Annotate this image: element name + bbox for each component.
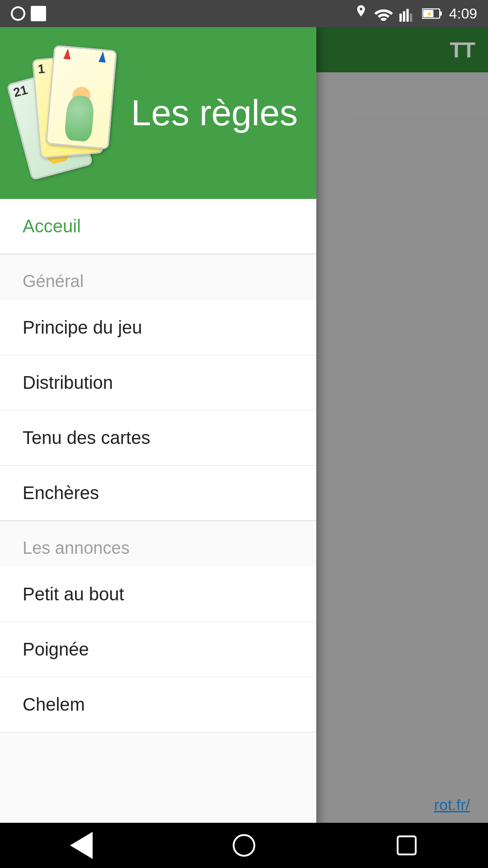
card-number-1: 1 — [37, 62, 45, 75]
svg-rect-3 — [410, 14, 412, 22]
svg-rect-5 — [440, 11, 442, 15]
battery-icon: ⚡ — [422, 7, 443, 20]
section-header-annonces: Les annonces — [0, 521, 316, 567]
home-button[interactable] — [226, 832, 262, 859]
general-label: Général — [23, 272, 84, 291]
card-number-21: 21 — [12, 84, 29, 99]
navigation-bar — [0, 823, 488, 868]
circle-icon — [11, 6, 25, 21]
svg-rect-1 — [403, 11, 405, 22]
sd-card-icon — [31, 6, 46, 21]
svg-text:⚡: ⚡ — [426, 11, 433, 17]
section-header-general: Général — [0, 255, 316, 300]
svg-rect-2 — [406, 9, 408, 22]
sidebar-item-chelem[interactable]: Chelem — [0, 677, 316, 732]
sidebar-item-distribution[interactable]: Distribution — [0, 355, 316, 410]
recents-icon — [397, 835, 417, 855]
status-icons-left — [11, 6, 46, 21]
time-display: 4:09 — [449, 5, 477, 22]
status-bar: ⚡ 4:09 — [0, 0, 488, 27]
signal-icon — [399, 5, 416, 22]
location-icon — [354, 4, 368, 23]
sidebar-item-petit[interactable]: Petit au bout — [0, 567, 316, 622]
tenu-label: Tenu des cartes — [23, 428, 150, 448]
svg-rect-0 — [399, 14, 402, 22]
navigation-drawer: 21 1 Les règles Acceuil — [0, 27, 316, 868]
sidebar-item-acceuil[interactable]: Acceuil — [0, 199, 316, 254]
sidebar-item-encheres[interactable]: Enchères — [0, 466, 316, 521]
sidebar-item-poignee[interactable]: Poignée — [0, 622, 316, 677]
status-icons-right: ⚡ 4:09 — [354, 4, 477, 23]
sidebar-item-tenu[interactable]: Tenu des cartes — [0, 410, 316, 466]
jester-body — [64, 94, 95, 142]
encheres-label: Enchères — [23, 483, 99, 503]
principe-label: Principe du jeu — [23, 317, 142, 338]
annonces-label: Les annonces — [23, 538, 130, 557]
card-front — [46, 45, 117, 149]
recents-button[interactable] — [389, 832, 425, 859]
chelem-label: Chelem — [23, 694, 85, 715]
drawer-title: Les règles — [131, 93, 298, 133]
home-icon — [233, 834, 255, 857]
back-button[interactable] — [63, 832, 99, 859]
acceuil-label: Acceuil — [23, 216, 81, 236]
drawer-header: 21 1 Les règles — [0, 27, 316, 199]
back-icon — [70, 832, 93, 859]
sidebar-item-principe[interactable]: Principe du jeu — [0, 300, 316, 355]
poignee-label: Poignée — [23, 639, 89, 660]
wifi-icon — [374, 6, 393, 21]
distribution-label: Distribution — [23, 373, 113, 393]
petit-label: Petit au bout — [23, 584, 124, 604]
drawer-nav-list: Acceuil Général Principe du jeu Distribu… — [0, 199, 316, 868]
cards-illustration: 21 1 — [18, 47, 117, 179]
